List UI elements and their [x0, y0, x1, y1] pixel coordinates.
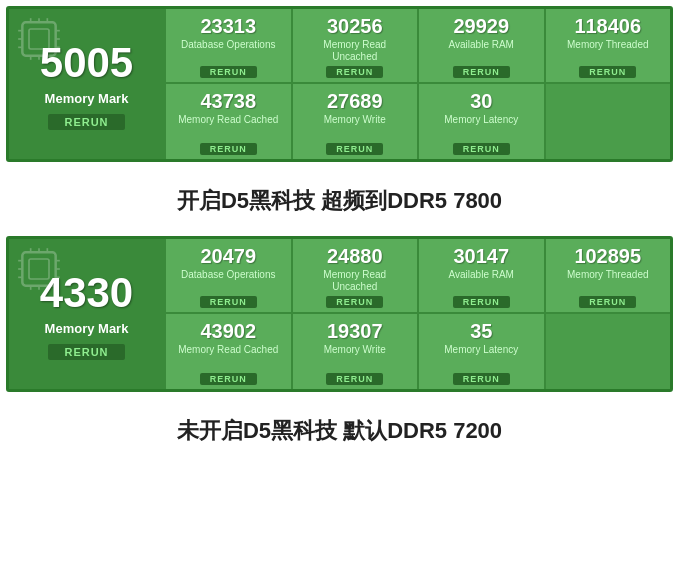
metrics-grid-1: 23313 Database Operations RERUN 30256 Me… — [164, 9, 670, 159]
metric-cell-1-4: 43738 Memory Read Cached RERUN — [164, 84, 291, 159]
metric-cell-2-6: 35 Memory Latency RERUN — [417, 314, 544, 389]
rerun-btn[interactable]: RERUN — [579, 296, 636, 308]
rerun-btn[interactable]: RERUN — [200, 296, 257, 308]
rerun-btn[interactable]: RERUN — [326, 373, 383, 385]
score-label-1: Memory Mark — [45, 91, 129, 106]
metric-value: 29929 — [453, 15, 509, 37]
metric-cell-1-3: 118406 Memory Threaded RERUN — [544, 9, 671, 84]
section-title-2: 未开启D5黑科技 默认DDR5 7200 — [0, 398, 679, 460]
rerun-button-main-1[interactable]: RERUN — [48, 114, 124, 130]
metric-value: 102895 — [574, 245, 641, 267]
rerun-btn[interactable]: RERUN — [326, 296, 383, 308]
metric-value: 30147 — [453, 245, 509, 267]
metric-cell-1-6: 30 Memory Latency RERUN — [417, 84, 544, 159]
benchmark-section-1: 5005 Memory Mark RERUN 23313 Database Op… — [0, 0, 679, 168]
metric-value: 27689 — [327, 90, 383, 112]
metric-value: 20479 — [200, 245, 256, 267]
main-score-1: 5005 Memory Mark RERUN — [9, 9, 164, 159]
metric-name: Memory Write — [324, 114, 386, 140]
metric-value: 43738 — [200, 90, 256, 112]
metric-cell-2-2: 30147 Available RAM RERUN — [417, 239, 544, 314]
metric-cell-2-4: 43902 Memory Read Cached RERUN — [164, 314, 291, 389]
main-score-2: 4330 Memory Mark RERUN — [9, 239, 164, 389]
score-number-2: 4330 — [40, 269, 133, 317]
metric-cell-1-2: 29929 Available RAM RERUN — [417, 9, 544, 84]
metric-cell-2-7 — [544, 314, 671, 389]
metric-cell-2-1: 24880 Memory ReadUncached RERUN — [291, 239, 418, 314]
rerun-btn[interactable]: RERUN — [326, 143, 383, 155]
metric-value: 43902 — [200, 320, 256, 342]
metric-value: 35 — [470, 320, 492, 342]
metric-value: 19307 — [327, 320, 383, 342]
metric-name: Database Operations — [181, 39, 276, 63]
rerun-btn[interactable]: RERUN — [453, 143, 510, 155]
metric-cell-1-1: 30256 Memory ReadUncached RERUN — [291, 9, 418, 84]
metric-cell-2-3: 102895 Memory Threaded RERUN — [544, 239, 671, 314]
metric-value: 23313 — [200, 15, 256, 37]
metric-value: 30 — [470, 90, 492, 112]
metric-cell-2-0: 20479 Database Operations RERUN — [164, 239, 291, 314]
metric-name: Available RAM — [449, 269, 514, 293]
page-wrapper: 5005 Memory Mark RERUN 23313 Database Op… — [0, 0, 679, 460]
rerun-btn[interactable]: RERUN — [579, 66, 636, 78]
rerun-btn[interactable]: RERUN — [200, 66, 257, 78]
rerun-btn[interactable]: RERUN — [200, 373, 257, 385]
metric-value: 24880 — [327, 245, 383, 267]
rerun-btn[interactable]: RERUN — [453, 66, 510, 78]
metric-cell-2-5: 19307 Memory Write RERUN — [291, 314, 418, 389]
benchmark-section-2: 4330 Memory Mark RERUN 20479 Database Op… — [0, 230, 679, 398]
metric-cell-1-7 — [544, 84, 671, 159]
metric-name: Memory ReadUncached — [323, 269, 386, 293]
metric-name: Available RAM — [449, 39, 514, 63]
metric-name: Memory Threaded — [567, 269, 649, 293]
metric-name: Database Operations — [181, 269, 276, 293]
benchmark-card-2: 4330 Memory Mark RERUN 20479 Database Op… — [6, 236, 673, 392]
metric-name: Memory Latency — [444, 114, 518, 140]
benchmark-card-1: 5005 Memory Mark RERUN 23313 Database Op… — [6, 6, 673, 162]
rerun-button-main-2[interactable]: RERUN — [48, 344, 124, 360]
metric-name: Memory ReadUncached — [323, 39, 386, 63]
metric-value: 30256 — [327, 15, 383, 37]
metric-name: Memory Latency — [444, 344, 518, 370]
metric-name: Memory Read Cached — [178, 344, 278, 370]
metric-cell-1-0: 23313 Database Operations RERUN — [164, 9, 291, 84]
metrics-grid-2: 20479 Database Operations RERUN 24880 Me… — [164, 239, 670, 389]
rerun-btn[interactable]: RERUN — [326, 66, 383, 78]
rerun-btn[interactable]: RERUN — [453, 296, 510, 308]
rerun-btn[interactable]: RERUN — [453, 373, 510, 385]
metric-name: Memory Write — [324, 344, 386, 370]
section-title-1: 开启D5黑科技 超频到DDR5 7800 — [0, 168, 679, 230]
metric-name: Memory Read Cached — [178, 114, 278, 140]
metric-name: Memory Threaded — [567, 39, 649, 63]
score-label-2: Memory Mark — [45, 321, 129, 336]
score-number-1: 5005 — [40, 39, 133, 87]
metric-cell-1-5: 27689 Memory Write RERUN — [291, 84, 418, 159]
metric-value: 118406 — [574, 15, 641, 37]
rerun-btn[interactable]: RERUN — [200, 143, 257, 155]
